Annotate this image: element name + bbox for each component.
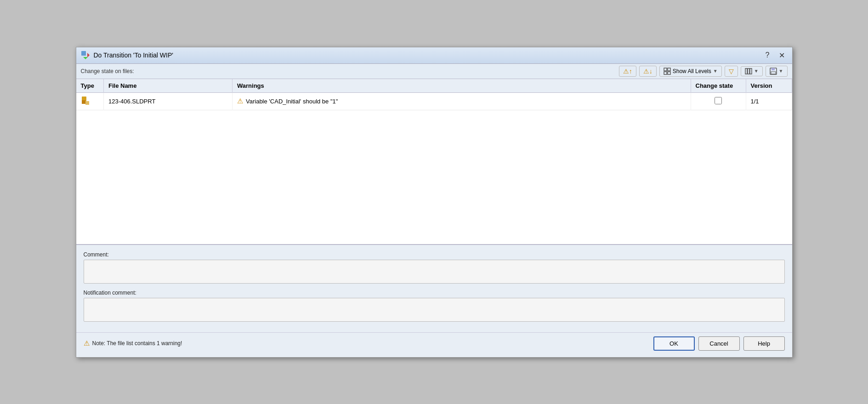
title-bar: Do Transition 'To Initial WIP' ? ✕ [76, 47, 792, 64]
close-button[interactable]: ✕ [776, 50, 788, 61]
cell-type [76, 92, 104, 110]
dialog-footer: ⚠ Note: The file list contains 1 warning… [76, 332, 792, 357]
warning-triangle-icon: ⚠ [237, 97, 243, 105]
col-warnings: Warnings [233, 79, 691, 93]
dialog-title: Do Transition 'To Initial WIP' [94, 51, 173, 59]
svg-rect-11 [772, 68, 775, 70]
svg-rect-0 [81, 51, 86, 56]
columns-dropdown-arrow: ▼ [754, 68, 759, 74]
svg-rect-8 [748, 68, 749, 74]
col-changestate: Change state [691, 79, 746, 93]
svg-rect-9 [750, 68, 752, 74]
save-dropdown-arrow: ▼ [779, 68, 783, 74]
cell-filename: 123-406.SLDPRT [104, 92, 233, 110]
svg-rect-4 [668, 68, 670, 71]
columns-icon [745, 68, 752, 74]
footer-warning-icon: ⚠ [84, 339, 90, 347]
svg-rect-7 [745, 68, 747, 74]
col-filename: File Name [104, 79, 233, 93]
change-state-label: Change state on files: [81, 68, 134, 74]
svg-marker-2 [87, 53, 90, 57]
ok-button[interactable]: OK [653, 336, 695, 351]
columns-button[interactable]: ▼ [741, 66, 763, 76]
svg-rect-6 [668, 72, 670, 74]
grid-icon [664, 68, 671, 75]
warning-text: Variable 'CAD_Initial' should be "1" [246, 98, 338, 105]
cancel-button[interactable]: Cancel [698, 336, 740, 351]
notification-comment-label: Notification comment: [84, 290, 785, 296]
dialog: Do Transition 'To Initial WIP' ? ✕ Chang… [76, 47, 793, 358]
cell-warnings: ⚠ Variable 'CAD_Initial' should be "1" [233, 92, 691, 110]
save-button[interactable]: ▼ [766, 66, 788, 77]
col-version: Version [746, 79, 792, 93]
cell-version: 1/1 [746, 92, 792, 110]
footer-note-text: Note: The file list contains 1 warning! [92, 340, 182, 347]
comment-label: Comment: [84, 251, 785, 258]
files-table: Type File Name Warnings Change state Ver… [76, 79, 792, 110]
show-all-levels-label: Show All Levels [673, 68, 711, 74]
cell-changestate[interactable] [691, 92, 746, 110]
svg-marker-14 [85, 101, 89, 105]
help-footer-button[interactable]: Help [743, 336, 785, 351]
svg-marker-15 [82, 100, 85, 104]
help-button[interactable]: ? [763, 50, 772, 60]
table-area: Type File Name Warnings Change state Ver… [76, 79, 792, 245]
svg-rect-3 [664, 68, 667, 71]
svg-marker-1 [83, 57, 88, 59]
sort-warn-desc-button[interactable]: ⚠↓ [639, 66, 657, 77]
comment-input[interactable] [84, 260, 785, 284]
save-icon [770, 68, 777, 75]
warning-sort-asc-icon: ⚠↑ [623, 68, 632, 75]
show-all-levels-button[interactable]: Show All Levels ▼ [659, 66, 722, 77]
svg-rect-12 [771, 72, 776, 74]
table-row: 123-406.SLDPRT ⚠ Variable 'CAD_Initial' … [76, 92, 792, 110]
table-header-row: Type File Name Warnings Change state Ver… [76, 79, 792, 93]
col-type: Type [76, 79, 104, 93]
svg-rect-5 [664, 72, 667, 74]
filter-button[interactable]: ▽ [725, 66, 738, 77]
filter-icon: ▽ [729, 68, 734, 75]
change-state-checkbox[interactable] [715, 97, 722, 104]
sort-warn-asc-button[interactable]: ⚠↑ [619, 66, 636, 77]
notification-comment-input[interactable] [84, 298, 785, 322]
comment-section: Comment: Notification comment: [76, 245, 792, 332]
part-file-icon [81, 96, 91, 106]
toolbar: Change state on files: ⚠↑ ⚠↓ Show All Le… [76, 64, 792, 79]
show-all-levels-dropdown-arrow: ▼ [713, 68, 718, 74]
warning-sort-desc-icon: ⚠↓ [643, 68, 652, 75]
app-icon [81, 51, 90, 60]
